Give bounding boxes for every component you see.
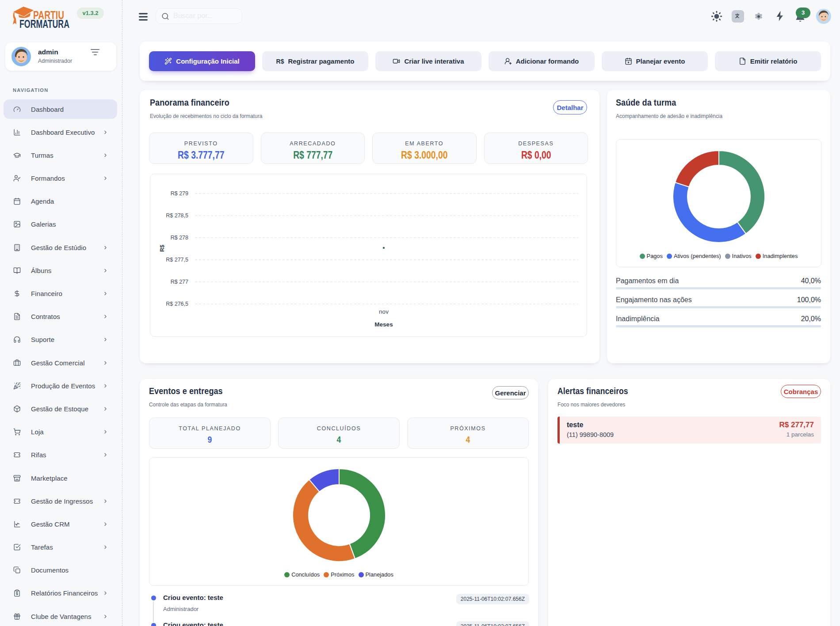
svg-text:R$ 277: R$ 277 (171, 279, 188, 285)
svg-text:nov: nov (379, 308, 389, 315)
svg-text:Meses: Meses (374, 321, 393, 328)
svg-text:R$ 278: R$ 278 (171, 235, 188, 241)
svg-text:FORMATURA: FORMATURA (19, 18, 69, 28)
svg-text:R$ 277,5: R$ 277,5 (166, 257, 188, 263)
svg-text:R$ 279: R$ 279 (171, 190, 188, 197)
svg-text:R$: R$ (159, 245, 165, 252)
svg-text:R$ 276,5: R$ 276,5 (166, 301, 188, 307)
svg-text:R$ 278,5: R$ 278,5 (166, 212, 188, 219)
